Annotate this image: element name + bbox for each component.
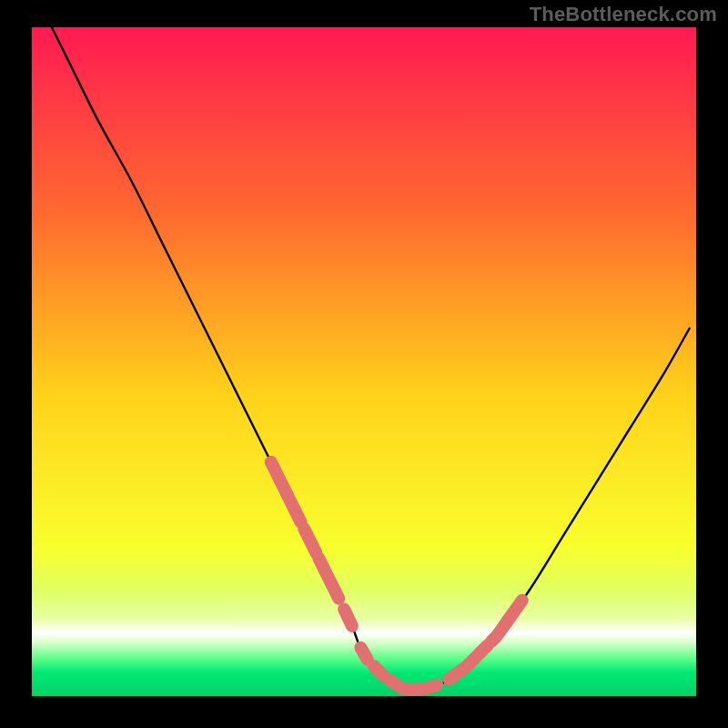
highlight-segment: [360, 648, 367, 660]
gradient-background: [32, 27, 696, 696]
chart-frame: { "watermark": "TheBottleneck.com", "col…: [0, 0, 728, 728]
highlight-segment: [430, 685, 437, 687]
watermark-text: TheBottleneck.com: [530, 3, 717, 26]
highlight-segment: [344, 609, 352, 625]
bottleneck-chart: [0, 0, 728, 728]
highlight-segment: [479, 645, 488, 654]
highlight-segment: [374, 666, 384, 676]
